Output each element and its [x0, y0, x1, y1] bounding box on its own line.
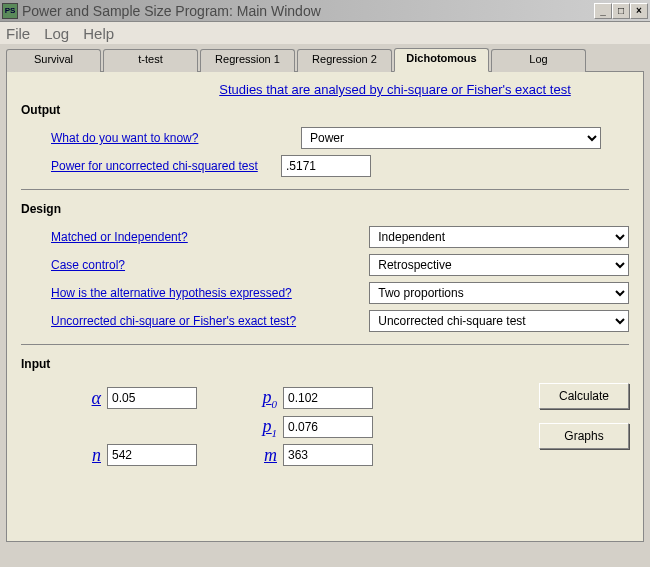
tab-panel-dichotomous: Studies that are analysed by chi-square … [6, 72, 644, 542]
content-area: Survival t-test Regression 1 Regression … [0, 44, 650, 546]
button-column: Calculate Graphs [539, 381, 629, 472]
link-want-to-know[interactable]: What do you want to know? [51, 131, 198, 145]
menu-help[interactable]: Help [83, 25, 114, 42]
select-want-to-know[interactable]: Power [301, 127, 601, 149]
input-p0[interactable] [283, 387, 373, 409]
row-matched: Matched or Independent? Independent [21, 226, 629, 248]
select-test-type[interactable]: Uncorrected chi-square test [369, 310, 629, 332]
maximize-button[interactable]: □ [612, 3, 630, 19]
divider-1 [21, 189, 629, 190]
label-m[interactable]: m [237, 445, 277, 466]
link-case-control[interactable]: Case control? [51, 258, 125, 272]
row-alt-hypothesis: How is the alternative hypothesis expres… [21, 282, 629, 304]
tab-dichotomous[interactable]: Dichotomous [394, 48, 489, 72]
input-heading: Input [21, 357, 629, 371]
menu-log[interactable]: Log [44, 25, 69, 42]
input-m[interactable] [283, 444, 373, 466]
study-type-link[interactable]: Studies that are analysed by chi-square … [21, 82, 629, 97]
row-test-type: Uncorrected chi-square or Fisher's exact… [21, 310, 629, 332]
tab-regression1[interactable]: Regression 1 [200, 49, 295, 72]
tab-ttest[interactable]: t-test [103, 49, 198, 72]
label-p1[interactable]: p1 [237, 416, 277, 439]
close-button[interactable]: × [630, 3, 648, 19]
window-title: Power and Sample Size Program: Main Wind… [22, 3, 594, 19]
tab-regression2[interactable]: Regression 2 [297, 49, 392, 72]
divider-2 [21, 344, 629, 345]
link-matched[interactable]: Matched or Independent? [51, 230, 188, 244]
label-n[interactable]: n [61, 445, 101, 466]
input-power-result[interactable] [281, 155, 371, 177]
row-n-m: n m [61, 444, 539, 466]
label-p0[interactable]: p0 [237, 387, 277, 410]
input-grid: α p0 x p1 n [21, 381, 539, 472]
input-p1[interactable] [283, 416, 373, 438]
titlebar: PS Power and Sample Size Program: Main W… [0, 0, 650, 22]
row-p1: x p1 [61, 416, 539, 439]
minimize-button[interactable]: _ [594, 3, 612, 19]
menubar: File Log Help [0, 22, 650, 44]
menu-file[interactable]: File [6, 25, 30, 42]
tab-survival[interactable]: Survival [6, 49, 101, 72]
window-buttons: _ □ × [594, 3, 648, 19]
link-alt-hypothesis[interactable]: How is the alternative hypothesis expres… [51, 286, 292, 300]
row-case-control: Case control? Retrospective [21, 254, 629, 276]
link-test-type[interactable]: Uncorrected chi-square or Fisher's exact… [51, 314, 296, 328]
select-alt-hypothesis[interactable]: Two proportions [369, 282, 629, 304]
label-alpha[interactable]: α [61, 388, 101, 409]
input-alpha[interactable] [107, 387, 197, 409]
design-heading: Design [21, 202, 629, 216]
select-case-control[interactable]: Retrospective [369, 254, 629, 276]
graphs-button[interactable]: Graphs [539, 423, 629, 449]
input-n[interactable] [107, 444, 197, 466]
row-want-to-know: What do you want to know? Power [21, 127, 629, 149]
row-alpha-p0: α p0 [61, 387, 539, 410]
app-icon: PS [2, 3, 18, 19]
input-area: α p0 x p1 n [21, 381, 629, 472]
tabstrip: Survival t-test Regression 1 Regression … [6, 48, 644, 72]
select-matched[interactable]: Independent [369, 226, 629, 248]
output-heading: Output [21, 103, 629, 117]
calculate-button[interactable]: Calculate [539, 383, 629, 409]
row-power-result: Power for uncorrected chi-squared test [21, 155, 629, 177]
tab-log[interactable]: Log [491, 49, 586, 72]
link-power-result[interactable]: Power for uncorrected chi-squared test [51, 159, 258, 173]
